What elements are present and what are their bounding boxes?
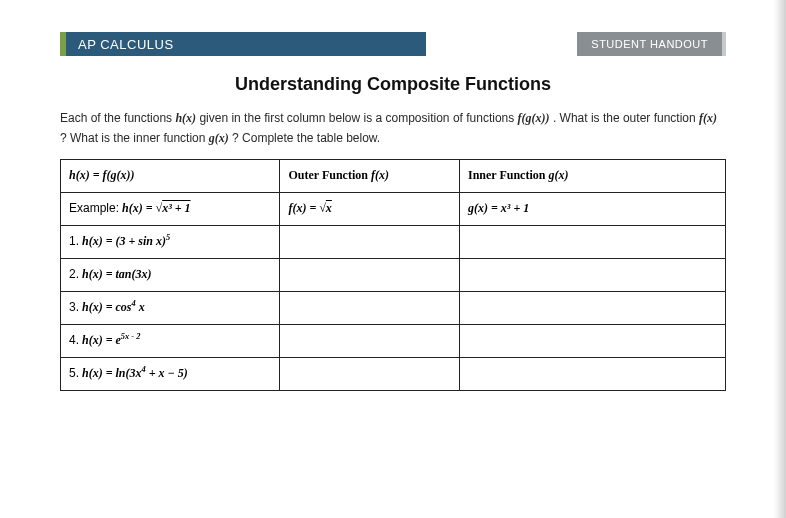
row-number: 2. bbox=[69, 267, 79, 281]
table-row: 3. h(x) = cos4 x bbox=[61, 291, 726, 324]
table-head-row: h(x) = f(g(x)) Outer Function f(x) Inner… bbox=[61, 159, 726, 192]
cell-hx: 3. h(x) = cos4 x bbox=[61, 291, 280, 324]
hx-expr: (3 + sin x)5 bbox=[116, 234, 171, 248]
cell-outer bbox=[280, 258, 460, 291]
hx-lhs: h(x) = bbox=[82, 333, 116, 347]
intro-fgx: f(g(x)) bbox=[518, 111, 550, 125]
cell-outer bbox=[280, 324, 460, 357]
intro-text: ? Complete the table below. bbox=[232, 131, 380, 145]
row-number: 4. bbox=[69, 333, 79, 347]
cell-hx: 5. h(x) = ln(3x4 + x − 5) bbox=[61, 357, 280, 390]
row-number: 1. bbox=[69, 234, 79, 248]
worksheet-page: AP CALCULUS STUDENT HANDOUT Understandin… bbox=[0, 0, 786, 411]
intro-text: Each of the functions bbox=[60, 111, 175, 125]
outer-lhs: f(x) = bbox=[288, 201, 319, 215]
table-row: Example: h(x) = √x³ + 1f(x) = √xg(x) = x… bbox=[61, 192, 726, 225]
intro-hx: h(x) bbox=[175, 111, 196, 125]
row-number: 3. bbox=[69, 300, 79, 314]
cell-hx: 2. h(x) = tan(3x) bbox=[61, 258, 280, 291]
inner-expr: x³ + 1 bbox=[501, 201, 529, 215]
th-inner-fn: g(x) bbox=[548, 168, 568, 182]
hx-expr: √x³ + 1 bbox=[156, 201, 191, 215]
th-outer-fn: f(x) bbox=[371, 168, 389, 182]
intro-fx: f(x) bbox=[699, 111, 717, 125]
cell-outer bbox=[280, 225, 460, 258]
intro-gx: g(x) bbox=[209, 131, 229, 145]
hx-lhs: h(x) = bbox=[122, 201, 156, 215]
intro-text: . What is the outer function bbox=[553, 111, 699, 125]
header-handout: STUDENT HANDOUT bbox=[577, 32, 726, 56]
cell-inner: g(x) = x³ + 1 bbox=[459, 192, 725, 225]
cell-hx: 1. h(x) = (3 + sin x)5 bbox=[61, 225, 280, 258]
table-row: 1. h(x) = (3 + sin x)5 bbox=[61, 225, 726, 258]
row-number: Example: bbox=[69, 201, 119, 215]
intro-text: ? What is the inner function bbox=[60, 131, 209, 145]
table-row: 2. h(x) = tan(3x) bbox=[61, 258, 726, 291]
cell-inner bbox=[459, 225, 725, 258]
cell-hx: 4. h(x) = e5x - 2 bbox=[61, 324, 280, 357]
hx-lhs: h(x) = bbox=[82, 267, 116, 281]
hx-lhs: h(x) = bbox=[82, 300, 116, 314]
th-outer-label: Outer Function bbox=[288, 168, 370, 182]
th-inner-label: Inner Function bbox=[468, 168, 548, 182]
page-shadow bbox=[774, 0, 786, 518]
table-row: 5. h(x) = ln(3x4 + x − 5) bbox=[61, 357, 726, 390]
cell-outer: f(x) = √x bbox=[280, 192, 460, 225]
cell-hx: Example: h(x) = √x³ + 1 bbox=[61, 192, 280, 225]
cell-inner bbox=[459, 291, 725, 324]
cell-outer bbox=[280, 357, 460, 390]
hx-lhs: h(x) = bbox=[82, 234, 116, 248]
cell-outer bbox=[280, 291, 460, 324]
table-row: 4. h(x) = e5x - 2 bbox=[61, 324, 726, 357]
th-hx: h(x) = f(g(x)) bbox=[61, 159, 280, 192]
header-spacer bbox=[426, 32, 577, 56]
cell-inner bbox=[459, 357, 725, 390]
th-inner: Inner Function g(x) bbox=[459, 159, 725, 192]
composite-table: h(x) = f(g(x)) Outer Function f(x) Inner… bbox=[60, 159, 726, 391]
outer-expr: √x bbox=[319, 201, 332, 215]
table-body: Example: h(x) = √x³ + 1f(x) = √xg(x) = x… bbox=[61, 192, 726, 390]
cell-inner bbox=[459, 324, 725, 357]
hx-expr: ln(3x4 + x − 5) bbox=[116, 366, 188, 380]
header-bar: AP CALCULUS STUDENT HANDOUT bbox=[60, 32, 726, 56]
inner-lhs: g(x) = bbox=[468, 201, 501, 215]
page-title: Understanding Composite Functions bbox=[60, 74, 726, 95]
instructions: Each of the functions h(x) given in the … bbox=[60, 109, 726, 149]
row-number: 5. bbox=[69, 366, 79, 380]
hx-expr: cos4 x bbox=[116, 300, 145, 314]
intro-text: given in the first column below is a com… bbox=[199, 111, 517, 125]
header-course: AP CALCULUS bbox=[60, 32, 426, 56]
hx-expr: e5x - 2 bbox=[116, 333, 141, 347]
th-outer: Outer Function f(x) bbox=[280, 159, 460, 192]
hx-lhs: h(x) = bbox=[82, 366, 116, 380]
hx-expr: tan(3x) bbox=[116, 267, 152, 281]
cell-inner bbox=[459, 258, 725, 291]
